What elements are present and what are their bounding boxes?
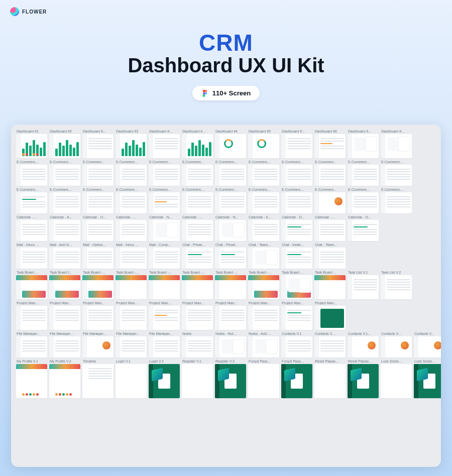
screen-thumbnail[interactable] xyxy=(82,364,114,398)
screen-thumbnail[interactable] xyxy=(182,220,213,241)
screen-thumbnail[interactable] xyxy=(16,336,47,358)
screen-thumbnail[interactable] xyxy=(215,134,246,158)
screen-thumbnail[interactable] xyxy=(149,306,180,330)
screen-thumbnail[interactable] xyxy=(314,220,346,241)
screen-thumbnail[interactable] xyxy=(348,364,379,398)
screen-thumbnail[interactable] xyxy=(381,364,412,398)
screen-thumbnail[interactable] xyxy=(314,306,346,330)
screen-thumbnail[interactable] xyxy=(348,275,379,299)
screen-thumbnail[interactable] xyxy=(16,248,47,269)
screen-thumbnail[interactable] xyxy=(82,220,114,241)
screen-thumbnail[interactable] xyxy=(49,220,80,241)
screen-thumbnail[interactable] xyxy=(215,192,246,213)
screen-thumbnail[interactable] xyxy=(16,134,47,158)
screen-thumbnail[interactable] xyxy=(149,165,180,186)
screen-thumbnail[interactable] xyxy=(182,192,213,213)
screen-thumbnail[interactable] xyxy=(49,248,80,269)
screen-thumbnail[interactable] xyxy=(314,275,346,299)
screen-thumbnail[interactable] xyxy=(116,248,147,269)
screen-thumbnail[interactable] xyxy=(215,220,246,241)
screen-thumbnail[interactable] xyxy=(116,336,147,358)
screen-thumbnail[interactable] xyxy=(381,275,412,299)
screen-thumbnail[interactable] xyxy=(149,134,180,158)
screen-thumbnail[interactable] xyxy=(149,220,180,241)
screen-thumbnail[interactable] xyxy=(116,192,147,213)
screen-thumbnail[interactable] xyxy=(381,336,412,358)
screen-thumbnail[interactable] xyxy=(215,364,246,398)
screen-thumbnail[interactable] xyxy=(281,220,312,241)
screen-thumbnail[interactable] xyxy=(215,165,246,186)
screen-thumbnail[interactable] xyxy=(82,336,114,358)
screen-thumbnail[interactable] xyxy=(116,165,147,186)
screen-thumbnail[interactable] xyxy=(381,165,412,186)
screen-thumbnail[interactable] xyxy=(82,192,114,213)
screen-thumbnail[interactable] xyxy=(149,275,180,299)
screen-thumbnail[interactable] xyxy=(82,248,114,269)
screen-thumbnail[interactable] xyxy=(281,336,312,358)
screen-thumbnail[interactable] xyxy=(16,306,47,330)
screen-thumbnail[interactable] xyxy=(348,336,379,358)
screen-thumbnail[interactable] xyxy=(348,134,379,158)
screen-thumbnail[interactable] xyxy=(314,336,346,358)
screen-thumbnail[interactable] xyxy=(16,275,47,299)
screen-thumbnail[interactable] xyxy=(82,165,114,186)
screen-thumbnail[interactable] xyxy=(116,220,147,241)
screen-thumbnail[interactable] xyxy=(149,336,180,358)
screen-thumbnail[interactable] xyxy=(182,364,213,398)
screen-thumbnail[interactable] xyxy=(281,192,312,213)
screen-thumbnail[interactable] xyxy=(248,220,279,241)
screen-thumbnail[interactable] xyxy=(281,165,312,186)
screen-thumbnail[interactable] xyxy=(149,364,180,398)
screen-thumbnail[interactable] xyxy=(182,165,213,186)
screen-thumbnail[interactable] xyxy=(348,165,379,186)
screen-thumbnail[interactable] xyxy=(248,275,279,299)
screen-thumbnail[interactable] xyxy=(182,134,213,158)
screen-thumbnail[interactable] xyxy=(314,134,346,158)
screen-thumbnail[interactable] xyxy=(281,275,312,299)
screen-thumbnail[interactable] xyxy=(149,248,180,269)
screen-thumbnail[interactable] xyxy=(414,336,441,358)
screen-thumbnail[interactable] xyxy=(49,134,80,158)
screen-thumbnail[interactable] xyxy=(281,248,312,269)
screen-thumbnail[interactable] xyxy=(182,248,213,269)
screen-thumbnail[interactable] xyxy=(16,165,47,186)
screen-thumbnail[interactable] xyxy=(314,165,346,186)
screen-thumbnail[interactable] xyxy=(116,364,147,398)
screen-thumbnail[interactable] xyxy=(49,364,80,398)
screen-thumbnail[interactable] xyxy=(348,192,379,213)
screen-thumbnail[interactable] xyxy=(215,306,246,330)
screen-thumbnail[interactable] xyxy=(182,336,213,358)
screen-thumbnail[interactable] xyxy=(381,192,412,213)
screen-thumbnail[interactable] xyxy=(16,220,47,241)
screen-thumbnail[interactable] xyxy=(182,306,213,330)
screen-thumbnail[interactable] xyxy=(82,306,114,330)
screen-thumbnail[interactable] xyxy=(82,134,114,158)
screen-thumbnail[interactable] xyxy=(116,275,147,299)
screen-thumbnail[interactable] xyxy=(248,364,279,398)
screen-thumbnail[interactable] xyxy=(49,275,80,299)
screen-thumbnail[interactable] xyxy=(215,248,246,269)
screen-thumbnail[interactable] xyxy=(215,336,246,358)
screen-thumbnail[interactable] xyxy=(16,192,47,213)
screen-thumbnail[interactable] xyxy=(49,165,80,186)
screen-thumbnail[interactable] xyxy=(381,134,412,158)
screen-thumbnail[interactable] xyxy=(49,336,80,358)
screen-thumbnail[interactable] xyxy=(182,275,213,299)
screen-thumbnail[interactable] xyxy=(248,134,279,158)
screen-thumbnail[interactable] xyxy=(149,192,180,213)
screen-thumbnail[interactable] xyxy=(314,192,346,213)
screen-thumbnail[interactable] xyxy=(49,306,80,330)
screen-thumbnail[interactable] xyxy=(49,192,80,213)
screen-thumbnail[interactable] xyxy=(215,275,246,299)
screen-thumbnail[interactable] xyxy=(82,275,114,299)
screen-thumbnail[interactable] xyxy=(348,220,379,241)
screen-thumbnail[interactable] xyxy=(314,248,346,269)
screen-thumbnail[interactable] xyxy=(414,364,441,398)
screen-thumbnail[interactable] xyxy=(281,306,312,330)
screen-thumbnail[interactable] xyxy=(248,248,279,269)
screen-thumbnail[interactable] xyxy=(281,134,312,158)
screen-thumbnail[interactable] xyxy=(116,134,147,158)
screen-thumbnail[interactable] xyxy=(281,364,312,398)
screen-thumbnail[interactable] xyxy=(116,306,147,330)
screen-thumbnail[interactable] xyxy=(16,364,47,398)
